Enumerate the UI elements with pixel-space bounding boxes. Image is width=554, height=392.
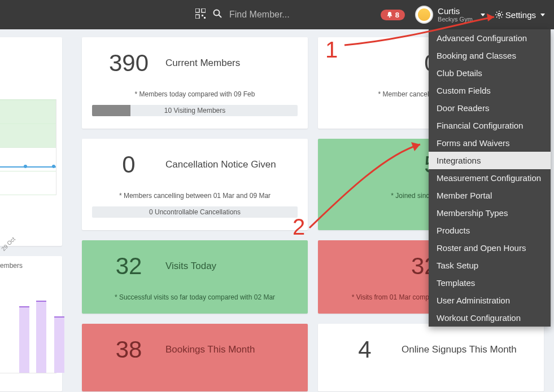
- settings-item-templates[interactable]: Templates: [429, 274, 551, 292]
- card-current-members[interactable]: 390 Current Members * Members today comp…: [82, 37, 308, 129]
- svg-line-6: [219, 15, 222, 18]
- user-subtitle: Beckys Gym: [438, 16, 473, 23]
- settings-button[interactable]: Settings: [495, 10, 547, 20]
- settings-item-custom-fields[interactable]: Custom Fields: [429, 82, 551, 99]
- settings-item-booking-and-classes[interactable]: Booking and Classes: [429, 47, 551, 64]
- settings-item-task-setup[interactable]: Task Setup: [429, 257, 551, 274]
- card-value: 38: [92, 336, 165, 363]
- svg-rect-1: [202, 8, 206, 12]
- sidebar-chart-1: 29 Oct: [0, 37, 62, 246]
- settings-item-advanced-configuration[interactable]: Advanced Configuration: [429, 29, 551, 47]
- settings-item-measurement-configuration[interactable]: Measurement Configuration: [429, 169, 551, 187]
- settings-item-user-administration[interactable]: User Administration: [429, 292, 551, 309]
- svg-line-15: [501, 12, 501, 12]
- settings-item-door-readers[interactable]: Door Readers: [429, 99, 551, 117]
- settings-item-member-portal[interactable]: Member Portal: [429, 187, 551, 204]
- settings-item-membership-types[interactable]: Membership Types: [429, 204, 551, 222]
- svg-rect-4: [204, 17, 206, 19]
- card-note: * Members today compared with 09 Feb: [92, 90, 298, 98]
- card-title: Bookings This Month: [165, 344, 298, 355]
- card-value: 4: [328, 336, 402, 363]
- card-note: * Successful visits so far today compare…: [92, 293, 298, 301]
- card-title: Visits Today: [165, 261, 298, 272]
- card-note: * Members cancelling between 01 Mar and …: [92, 192, 298, 200]
- chart-legend-label: Members: [0, 262, 56, 270]
- settings-item-forms-and-waivers[interactable]: Forms and Waivers: [429, 134, 551, 152]
- svg-line-14: [501, 17, 501, 17]
- svg-rect-3: [202, 15, 203, 16]
- settings-item-workout-configuration[interactable]: Workout Configuration: [429, 309, 551, 327]
- chevron-down-icon: [540, 14, 545, 16]
- card-bookings-month[interactable]: 38 Bookings This Month: [82, 324, 308, 391]
- card-value: 0: [92, 151, 165, 178]
- settings-item-integrations[interactable]: Integrations: [429, 152, 551, 169]
- notifications-count: 8: [395, 11, 399, 19]
- settings-dropdown: Advanced ConfigurationBooking and Classe…: [429, 29, 551, 327]
- chevron-down-icon: [481, 14, 485, 16]
- settings-label: Settings: [505, 10, 536, 20]
- app-header: 8 Curtis Beckys Gym Settings: [0, 0, 554, 29]
- card-visits-today[interactable]: 32 Visits Today * Successful visits so f…: [82, 240, 308, 314]
- notifications-button[interactable]: 8: [381, 10, 405, 20]
- svg-point-7: [389, 16, 391, 18]
- member-search-input[interactable]: [226, 7, 346, 22]
- settings-item-products[interactable]: Products: [429, 222, 551, 239]
- card-title: Online Signups This Month: [402, 344, 534, 355]
- card-value: 390: [92, 50, 165, 77]
- qr-icon[interactable]: [192, 8, 209, 21]
- svg-point-8: [498, 14, 500, 16]
- card-online-signups[interactable]: 4 Online Signups This Month: [318, 324, 544, 391]
- svg-line-13: [496, 12, 497, 12]
- card-value: 32: [92, 253, 165, 280]
- settings-item-club-details[interactable]: Club Details: [429, 64, 551, 82]
- card-title: Cancellation Notice Given: [165, 159, 298, 170]
- search-icon[interactable]: [209, 9, 226, 20]
- card-cancellation-notice[interactable]: 0 Cancellation Notice Given * Members ca…: [82, 139, 308, 230]
- svg-rect-2: [195, 15, 199, 19]
- user-name: Curtis: [438, 7, 473, 16]
- settings-item-roster-and-open-hours[interactable]: Roster and Open Hours: [429, 239, 551, 257]
- svg-rect-0: [195, 8, 199, 12]
- card-sub-bar: 0 Uncontrollable Cancellations: [92, 206, 298, 218]
- avatar: [415, 6, 433, 24]
- settings-item-financial-configuration[interactable]: Financial Configuration: [429, 117, 551, 134]
- gear-icon: [495, 11, 503, 19]
- svg-point-5: [214, 10, 220, 16]
- svg-line-16: [496, 17, 497, 17]
- sidebar-chart-2: Members: [0, 256, 62, 391]
- card-sub-bar: 10 Visiting Members: [92, 105, 298, 116]
- card-title: Current Members: [165, 58, 298, 69]
- user-menu[interactable]: Curtis Beckys Gym: [415, 6, 485, 24]
